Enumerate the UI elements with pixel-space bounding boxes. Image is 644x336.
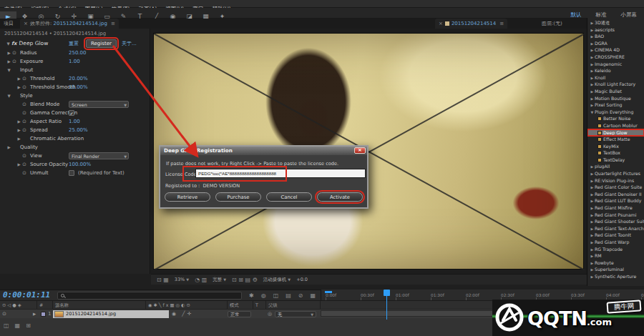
effect-item[interactable]: TextBox — [587, 149, 644, 157]
twirl-right-icon[interactable]: ▶ — [590, 232, 595, 239]
twirl-right-icon[interactable]: ▶ — [590, 47, 595, 54]
effects-folder[interactable]: ▶Red Giant LUT Buddy — [587, 197, 644, 204]
workspace-tab[interactable]: 默认 — [571, 11, 582, 18]
fast-preview-icon[interactable]: ⚙ — [253, 277, 258, 283]
twirl-down-icon[interactable]: ▼ — [6, 92, 12, 100]
cancel-button[interactable]: Cancel — [266, 192, 312, 202]
effects-folder[interactable]: ▶Magic Bullet — [587, 88, 644, 95]
param-value[interactable]: 25.00% — [69, 126, 88, 134]
expand-in-out-icon[interactable]: ⊞ — [26, 322, 31, 329]
twirl-right-icon[interactable]: ▶ — [590, 164, 595, 170]
workspace-tab[interactable]: 标准 — [596, 11, 607, 18]
stopwatch-icon[interactable]: ⊙ — [12, 57, 20, 66]
twirl-right-icon[interactable]: ▶ — [590, 34, 595, 40]
twirl-right-icon[interactable]: ▶ — [590, 178, 595, 184]
twirl-right-icon[interactable]: ▶ — [590, 171, 595, 177]
checkbox-unchecked[interactable] — [69, 170, 74, 176]
twirl-right-icon[interactable]: ▶ — [6, 57, 12, 66]
time-ruler[interactable]: 0:00f00:30f01:00f01:30f02:00f02:30f03:00… — [321, 290, 644, 300]
reset-link[interactable]: 重置 — [69, 39, 79, 49]
frame-blending-icon[interactable]: ▤ — [286, 292, 291, 299]
effects-folder[interactable]: ▶Knoll — [587, 74, 644, 81]
effects-folder[interactable]: ▶Quarterlight Pictures — [587, 170, 644, 177]
stopwatch-icon[interactable]: ⊙ — [22, 152, 30, 160]
panel-menu-icon[interactable]: ≡ — [111, 21, 115, 26]
comp-mini-flowchart-icon[interactable]: ✱ — [249, 292, 254, 299]
effects-folder[interactable]: ▶Red Giant Psunami — [587, 212, 644, 219]
effects-folder[interactable]: ▶RG Trapcode — [587, 246, 644, 253]
pixel-aspect-icon[interactable]: ▤ — [245, 277, 253, 283]
tab-effect-controls[interactable]: ×效果控件: 20151204214514.jpg≡ — [20, 19, 119, 29]
twirl-right-icon[interactable]: ▶ — [590, 27, 595, 34]
effect-item[interactable]: KeyMix — [587, 143, 644, 150]
close-icon[interactable]: × — [439, 21, 443, 26]
twirl-right-icon[interactable]: ▶ — [16, 160, 22, 169]
checkbox-checked[interactable]: ✓ — [69, 110, 74, 116]
stopwatch-icon[interactable]: ⊙ — [22, 83, 30, 92]
purchase-button[interactable]: Purchase — [215, 192, 261, 202]
effects-folder[interactable]: ▶Red Giant Misfire — [587, 204, 644, 212]
close-button[interactable]: × — [354, 147, 366, 154]
current-timecode[interactable]: 0:00:01:11 — [3, 290, 50, 300]
stopwatch-icon[interactable]: ⊙ — [22, 169, 30, 177]
effects-folder[interactable]: ▶Motion Boutique — [587, 95, 644, 102]
param-dropdown[interactable]: Screen▼ — [69, 101, 129, 108]
twirl-right-icon[interactable]: ▶ — [590, 75, 595, 81]
twirl-right-icon[interactable]: ▶ — [590, 68, 595, 74]
twirl-right-icon[interactable]: ▶ — [16, 117, 22, 126]
effects-folder[interactable]: ▶CINEMA 4D — [587, 46, 644, 54]
stopwatch-icon[interactable]: ⊙ — [22, 117, 30, 126]
show-channel-icon[interactable]: ▥ — [202, 277, 208, 283]
twirl-right-icon[interactable]: ▶ — [590, 20, 595, 26]
grid-guides-icon[interactable]: ▦ — [163, 277, 169, 283]
twirl-right-icon[interactable]: ▶ — [590, 205, 595, 212]
param-value[interactable]: 1.00 — [69, 57, 80, 66]
effect-item[interactable]: TextDelay — [587, 157, 644, 164]
tab-layer[interactable]: 图层:(无) — [538, 19, 566, 29]
effects-folder[interactable]: ▶Keleido — [587, 67, 644, 74]
retrieve-button[interactable]: Retrieve — [165, 192, 210, 202]
timeline-search-input[interactable] — [57, 292, 242, 300]
effects-folder[interactable]: ▶Red Giant Shooter Suite — [587, 218, 644, 225]
twirl-right-icon[interactable]: ▶ — [590, 81, 595, 88]
twirl-right-icon[interactable]: ▶ — [16, 83, 22, 92]
graph-editor-icon[interactable]: ▦ — [311, 292, 316, 299]
effects-folder[interactable]: ▶Superluminal — [587, 266, 644, 273]
exposure-value[interactable]: +0.0 — [296, 277, 308, 282]
resolution-dropdown[interactable]: 完整▼ — [213, 277, 226, 283]
effects-folder[interactable]: ▶aescripts — [587, 26, 644, 34]
effects-folder[interactable]: ▶Red Giant Denoiser II — [587, 191, 644, 198]
effects-folder[interactable]: ▶BAO — [587, 33, 644, 40]
twirl-right-icon[interactable]: ▶ — [16, 126, 22, 134]
twirl-right-icon[interactable]: ▶ — [590, 96, 595, 102]
effect-item[interactable]: Effect Matte — [587, 136, 644, 143]
expand-layer-switches-icon[interactable]: ◫ — [4, 322, 9, 329]
view-dropdown[interactable]: 活动摄像机▼ — [263, 277, 291, 283]
effects-folder[interactable]: ▶RE:Vision Plug-ins — [587, 177, 644, 184]
blend-mode-dropdown[interactable]: 正常 — [228, 311, 251, 317]
effects-folder[interactable]: ▶DGRA — [587, 40, 644, 47]
region-of-interest-icon[interactable]: ⊡ — [232, 277, 238, 283]
shy-layers-icon[interactable]: ◫ — [273, 292, 279, 299]
param-value[interactable]: 1.00 — [69, 117, 80, 126]
workspace-tab[interactable]: 小屏幕 — [621, 11, 638, 18]
twirl-right-icon[interactable]: ▶ — [590, 89, 595, 95]
twirl-right-icon[interactable]: ▶ — [590, 219, 595, 225]
panel-menu-icon[interactable]: ≡ — [499, 21, 504, 26]
layer-label-chip[interactable] — [41, 312, 46, 317]
effects-folder[interactable]: ▶Red Giant ToonIt — [587, 232, 644, 239]
effects-folder[interactable]: ▶Imagenomic — [587, 61, 644, 68]
draft-3d-icon[interactable]: ◍ — [261, 292, 266, 299]
effects-folder[interactable]: ▶Red Giant Text-Anarchy — [587, 225, 644, 232]
activate-button[interactable]: Activate — [317, 192, 363, 202]
twirl-right-icon[interactable]: ▶ — [590, 102, 595, 109]
fx-badge-icon[interactable]: fx — [11, 41, 17, 46]
effects-folder[interactable]: ▼Plugin Everything — [587, 109, 644, 116]
lock-icon[interactable]: ◈ — [18, 302, 21, 307]
stopwatch-icon[interactable]: ⊙ — [22, 126, 30, 134]
expand-transfer-controls-icon[interactable]: ▦ — [15, 322, 21, 329]
param-value[interactable]: 10.00% — [69, 83, 88, 92]
license-input[interactable] — [195, 169, 366, 178]
stopwatch-icon[interactable]: ⊙ — [22, 74, 30, 83]
effects-folder[interactable]: ▶Rowbyte — [587, 260, 644, 267]
